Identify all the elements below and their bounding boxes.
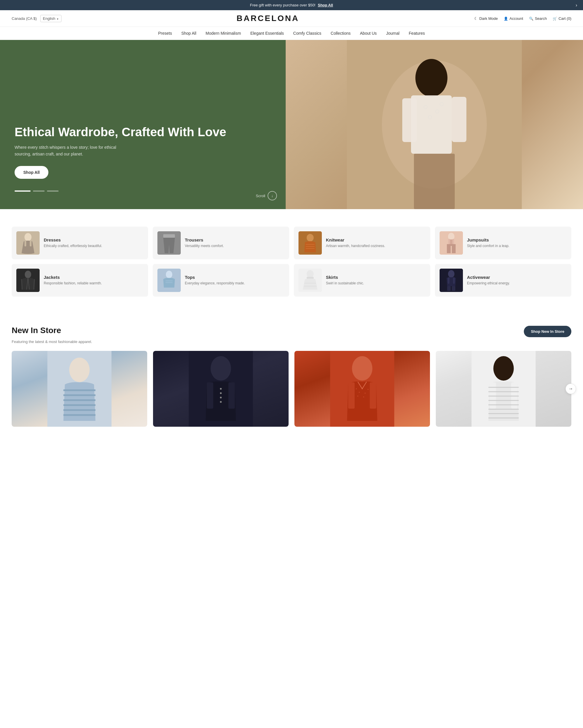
- nav-item-journal[interactable]: Journal: [386, 31, 399, 35]
- category-name-dresses: Dresses: [44, 237, 102, 242]
- category-info-jackets: Jackets Responsible fashion, reliable wa…: [44, 275, 102, 286]
- category-name-activewear: Activewear: [467, 275, 510, 280]
- svg-point-70: [363, 396, 364, 397]
- hero-left: Ethical Wardrobe, Crafted With Love Wher…: [0, 40, 286, 209]
- hero-right: [286, 40, 583, 209]
- hero-section: Ethical Wardrobe, Crafted With Love Wher…: [0, 40, 583, 209]
- shop-new-in-store-button[interactable]: Shop New In Store: [524, 326, 571, 337]
- hero-dot-3[interactable]: [47, 190, 59, 192]
- site-logo[interactable]: BARCELONA: [237, 14, 299, 23]
- svg-rect-13: [25, 241, 26, 246]
- category-info-knitwear: Knitwear Artisan warmth, handcrafted coz…: [326, 237, 385, 249]
- banner-shop-link[interactable]: Shop All: [318, 3, 333, 7]
- category-desc-knitwear: Artisan warmth, handcrafted coziness.: [326, 243, 385, 249]
- svg-point-12: [25, 233, 31, 241]
- scroll-button[interactable]: Scroll ↓: [256, 191, 277, 200]
- svg-point-30: [166, 271, 172, 278]
- category-card-skirts[interactable]: Skirts Swirl in sustainable chic.: [294, 264, 430, 296]
- category-card-trousers[interactable]: Trousers Versatility meets comfort.: [153, 227, 289, 259]
- cart-icon: [553, 16, 557, 21]
- svg-rect-3: [411, 95, 452, 154]
- category-desc-dresses: Ethically crafted, effortlessly beautifu…: [44, 243, 102, 249]
- svg-rect-14: [30, 241, 31, 246]
- moon-icon: [474, 16, 478, 21]
- section-header: New In Store Shop New In Store: [12, 326, 571, 337]
- header: Canada (CA $) English BARCELONA Dark Mod…: [0, 10, 583, 27]
- search-icon: [529, 16, 533, 21]
- category-info-skirts: Skirts Swirl in sustainable chic.: [326, 275, 364, 286]
- cart-link[interactable]: Cart (0): [553, 16, 571, 21]
- category-card-knitwear[interactable]: Knitwear Artisan warmth, handcrafted coz…: [294, 227, 430, 259]
- categories-section: Dresses Ethically crafted, effortlessly …: [0, 209, 583, 314]
- category-desc-skirts: Swirl in sustainable chic.: [326, 281, 364, 286]
- nav-item-presets[interactable]: Presets: [158, 31, 172, 35]
- category-desc-trousers: Versatility meets comfort.: [185, 243, 224, 249]
- top-banner: Free gift with every purchase over $50! …: [0, 0, 583, 10]
- category-thumb-activewear: [440, 269, 463, 292]
- category-name-tops: Tops: [185, 275, 245, 280]
- language-selector[interactable]: English: [40, 15, 61, 22]
- hero-cta-button[interactable]: Shop All: [15, 166, 48, 179]
- header-left: Canada (CA $) English: [12, 15, 61, 22]
- product-card-4[interactable]: [436, 351, 571, 427]
- category-thumb-knitwear: [299, 231, 322, 255]
- category-name-knitwear: Knitwear: [326, 237, 385, 242]
- category-desc-jumpsuits: Style and comfort in a leap.: [467, 243, 509, 249]
- svg-point-61: [352, 356, 372, 381]
- section-subtitle: Featuring the latest & most fashionable …: [12, 339, 571, 344]
- category-name-jackets: Jackets: [44, 275, 102, 280]
- category-info-trousers: Trousers Versatility meets comfort.: [185, 237, 224, 249]
- svg-point-65: [359, 392, 360, 393]
- header-right: Dark Mode Account Search Cart (0): [474, 16, 571, 21]
- svg-point-45: [70, 358, 90, 382]
- dark-mode-toggle[interactable]: Dark Mode: [474, 16, 498, 21]
- product-card-1[interactable]: [12, 351, 147, 427]
- product-thumb-4: [436, 351, 571, 427]
- category-card-dresses[interactable]: Dresses Ethically crafted, effortlessly …: [12, 227, 148, 259]
- category-card-tops[interactable]: Tops Everyday elegance, responsibly made…: [153, 264, 289, 296]
- category-card-jackets[interactable]: Jackets Responsible fashion, reliable wa…: [12, 264, 148, 296]
- category-card-jumpsuits[interactable]: Jumpsuits Style and comfort in a leap.: [435, 227, 571, 259]
- product-card-2[interactable]: [153, 351, 288, 427]
- category-desc-jackets: Responsible fashion, reliable warmth.: [44, 281, 102, 286]
- nav-item-shop-all[interactable]: Shop All: [181, 31, 196, 35]
- product-thumb-1: [12, 351, 147, 427]
- hero-heading: Ethical Wardrobe, Crafted With Love: [15, 125, 271, 139]
- svg-rect-26: [452, 239, 454, 244]
- product-card-3[interactable]: [295, 351, 430, 427]
- nav-item-modern-minimalism[interactable]: Modern Minimalism: [205, 31, 241, 35]
- svg-point-34: [307, 270, 314, 278]
- product-thumb-2: [153, 351, 288, 427]
- svg-rect-16: [163, 234, 175, 238]
- svg-rect-43: [453, 277, 455, 284]
- category-info-dresses: Dresses Ethically crafted, effortlessly …: [44, 237, 102, 249]
- section-title: New In Store: [12, 326, 61, 335]
- account-link[interactable]: Account: [504, 16, 523, 21]
- svg-rect-62: [348, 382, 355, 409]
- category-thumb-tops: [158, 269, 181, 292]
- nav-item-elegant-essentials[interactable]: Elegant Essentials: [250, 31, 284, 35]
- svg-rect-10: [414, 154, 455, 209]
- nav-item-features[interactable]: Features: [409, 31, 425, 35]
- banner-chevron[interactable]: ›: [576, 3, 577, 8]
- nav-item-collections[interactable]: Collections: [331, 31, 351, 35]
- category-name-trousers: Trousers: [185, 237, 224, 242]
- language-value: English: [43, 16, 55, 21]
- svg-rect-4: [402, 98, 417, 142]
- nav-item-about-us[interactable]: About Us: [360, 31, 377, 35]
- category-info-tops: Tops Everyday elegance, responsibly made…: [185, 275, 245, 286]
- nav-item-comfy-classics[interactable]: Comfy Classics: [293, 31, 321, 35]
- hero-dot-1[interactable]: [15, 190, 31, 192]
- svg-rect-40: [447, 286, 451, 291]
- svg-point-28: [25, 271, 31, 278]
- hero-dot-2[interactable]: [33, 190, 45, 192]
- account-label: Account: [509, 16, 523, 21]
- search-link[interactable]: Search: [529, 16, 547, 21]
- products-next-arrow[interactable]: →: [565, 384, 576, 394]
- hero-illustration: [286, 40, 583, 209]
- category-thumb-trousers: [158, 231, 181, 255]
- category-card-activewear[interactable]: Activewear Empowering ethical energy.: [435, 264, 571, 296]
- svg-point-57: [220, 392, 222, 394]
- svg-rect-54: [207, 382, 213, 409]
- user-icon: [504, 16, 508, 21]
